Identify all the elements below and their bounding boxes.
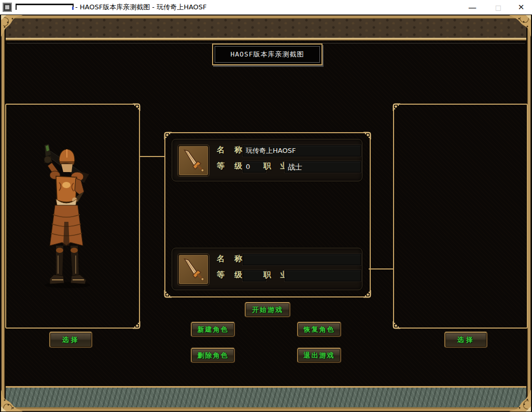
delete-character-button[interactable]: 删除角色 (191, 348, 235, 363)
game-screen: HAOSF版本库亲测截图 (0, 15, 532, 412)
select-right-button[interactable]: 选择 (444, 332, 487, 348)
corner-flourish-icon (132, 321, 141, 329)
close-button[interactable]: ✕ (510, 0, 532, 15)
right-character-panel (393, 104, 528, 329)
corner-flourish-icon (363, 132, 371, 140)
sword-icon (178, 254, 209, 285)
lace-corner-icon (1, 390, 23, 411)
corner-flourish-icon (393, 103, 401, 111)
warrior-character[interactable] (26, 144, 91, 300)
name-label: 名 称 (217, 145, 246, 155)
banner-inner-border: HAOSF版本库亲测截图 (215, 46, 320, 63)
level-value: 0 (243, 161, 266, 173)
sword-icon (178, 145, 209, 176)
level-label: 等 级 (217, 161, 246, 171)
corner-flourish-icon (363, 290, 371, 298)
name-label: 名 称 (217, 254, 246, 264)
banner-box: HAOSF版本库亲测截图 (212, 44, 323, 65)
banner-title: HAOSF版本库亲测截图 (230, 50, 304, 59)
level-label: 等 级 (217, 270, 246, 280)
start-game-button[interactable]: 开始游戏 (245, 302, 290, 317)
bottom-stone-band (6, 386, 526, 409)
title-bar: - HAOSF版本库亲测截图 - 玩传奇上HAOSF — □ ✕ (0, 0, 532, 15)
lace-corner-icon (1, 15, 23, 37)
select-left-button[interactable]: 选择 (49, 332, 92, 348)
window-title: - HAOSF版本库亲测截图 - 玩传奇上HAOSF (75, 0, 207, 15)
class-value: 战士 (285, 161, 361, 173)
lace-corner-icon (509, 15, 531, 37)
exit-game-button[interactable]: 退出游戏 (297, 348, 341, 363)
class-value (285, 270, 361, 281)
top-texture-band (6, 17, 526, 38)
app-icon (3, 3, 12, 12)
corner-flourish-icon (393, 321, 401, 329)
panel-connector-line (369, 268, 393, 269)
level-value (243, 270, 266, 281)
create-character-button[interactable]: 新建角色 (191, 322, 235, 337)
restore-character-button[interactable]: 恢复角色 (297, 322, 341, 337)
name-value (243, 254, 361, 265)
corner-flourish-icon (132, 103, 141, 111)
name-value: 玩传奇上HAOSF (243, 145, 361, 157)
corner-flourish-icon (164, 132, 172, 140)
application-window: - HAOSF版本库亲测截图 - 玩传奇上HAOSF — □ ✕ (0, 0, 532, 412)
character-slot-1[interactable]: 名 称 玩传奇上HAOSF 等 级 0 职 业 战士 (172, 139, 362, 181)
lace-corner-icon (509, 390, 531, 411)
title-placeholder-box (16, 4, 74, 10)
minimize-button[interactable]: — (461, 0, 483, 15)
panel-connector-line (139, 156, 164, 157)
title-placeholder-tick (72, 7, 74, 10)
character-slot-2[interactable]: 名 称 等 级 职 业 (172, 248, 362, 290)
corner-flourish-icon (164, 290, 172, 298)
maximize-button: □ (487, 0, 509, 15)
